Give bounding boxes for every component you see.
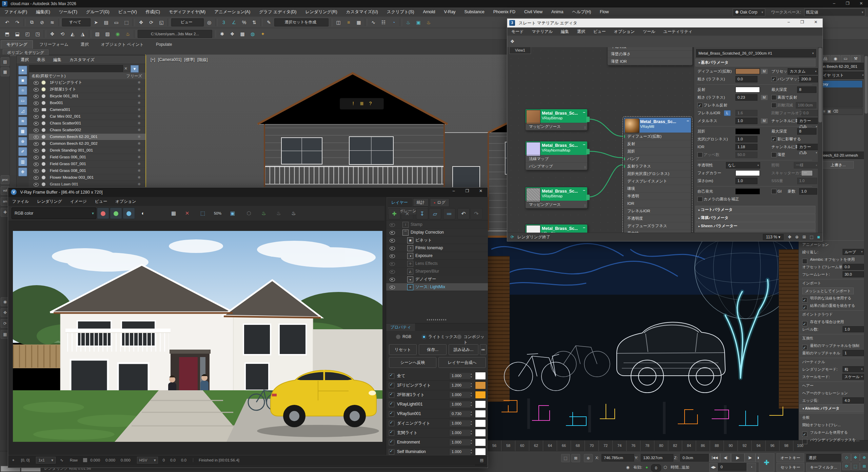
menu-item[interactable]: 作成(C) [141, 7, 164, 17]
slate-menu-item[interactable]: オプション [610, 27, 639, 36]
partial-node[interactable]: 半透明度薄壁の厚さ薄壁 IOR [607, 47, 693, 65]
axis-x-icon[interactable]: ◰ [23, 29, 32, 39]
gi-checkbox[interactable] [771, 189, 776, 194]
scene-object-row[interactable]: Flower Meadow 003_001 ❄ [29, 174, 145, 181]
alpha-channel-button[interactable]: ◐ [137, 208, 149, 219]
freeze-icon[interactable]: ❄ [138, 106, 141, 113]
toolbar-button[interactable] [215, 18, 218, 26]
reset-xform-icon[interactable]: ⟲ [58, 29, 67, 39]
filter-groups-icon[interactable]: ▥ [18, 157, 27, 166]
material-input-slot[interactable]: 屈折光沢度(グロシネス) [624, 170, 691, 177]
menu-item[interactable]: グループ(G) [82, 7, 114, 17]
vfb-menu-item[interactable]: レンダリング [33, 197, 66, 206]
multiplier-spinner[interactable]: ▲▼ [470, 410, 473, 417]
field-of-view-icon[interactable]: ◇ [842, 453, 851, 461]
node-output-pin[interactable] [586, 149, 590, 154]
layer-row[interactable]: ⌒ Display Correction [386, 229, 488, 236]
curve-editor-icon[interactable]: ∿ [369, 18, 378, 27]
filter-containers-icon[interactable]: ⊕ [18, 137, 27, 146]
filter-helpers-icon[interactable]: ◿ [18, 106, 27, 115]
slate-menu-item[interactable]: ユーティリティ [659, 27, 697, 36]
isolate-icon[interactable]: ▨ [103, 29, 112, 39]
properties-tab[interactable]: プロパティ [386, 323, 415, 331]
freeze-icon[interactable]: ❄ [138, 161, 141, 167]
minimize-button[interactable]: – [827, 0, 841, 7]
parameter-row[interactable]: 最初のマップチャネル 1 [800, 349, 867, 357]
menu-item[interactable]: 編集(E) [32, 7, 55, 17]
close-button[interactable]: ✕ [854, 0, 868, 7]
explorer-menu-item[interactable]: 表示 [33, 56, 49, 64]
scene-object-row[interactable]: Common Beech 62-20_001 ❄ [29, 134, 145, 140]
selection-lock-icon[interactable]: ⊠ [571, 454, 580, 462]
material-editor-icon[interactable]: ◔ [389, 18, 398, 27]
menu-item[interactable]: グラフ エディタ(D) [255, 7, 301, 17]
slate-menu-item[interactable]: ビュー [589, 27, 610, 36]
select-and-scale-icon[interactable]: ◱ [157, 18, 166, 27]
lightmix-options-icon[interactable]: ≔ [480, 344, 487, 355]
notification-note-icon[interactable]: ≣ [358, 98, 366, 109]
preset-dropdown[interactable]: カスタム [788, 68, 818, 75]
visibility-eye-icon[interactable] [34, 122, 39, 125]
scene-object-row[interactable]: Chaos Scatter001 ❄ [29, 120, 145, 127]
collapse-node-icon[interactable]: – [583, 142, 585, 147]
play-button[interactable]: ▶ [731, 453, 745, 462]
toolbar-button[interactable] [44, 30, 46, 38]
lightmix-row[interactable]: ダイニングライト 1.000 ▲▼ [386, 419, 488, 428]
freeze-icon[interactable]: ❄ [138, 134, 141, 140]
undo-layer-icon[interactable]: ↶ [457, 208, 470, 219]
light-enabled-checkbox[interactable] [389, 430, 394, 436]
zoom-extents-icon[interactable]: ⬚ [810, 235, 813, 239]
lightmix-radio[interactable]: ライトミックス [421, 334, 457, 339]
ribbon-tab[interactable]: フリーフォーム [34, 40, 74, 49]
light-multiplier-field[interactable]: 1.000 [449, 420, 471, 427]
reference-coordinate-dropdown[interactable]: ビュー [171, 18, 204, 26]
freeze-icon[interactable]: ❄ [138, 147, 141, 154]
light-multiplier-field[interactable]: 1.000 [449, 391, 471, 398]
light-enabled-checkbox[interactable] [389, 373, 394, 379]
multiplier-spinner[interactable]: ▲▼ [470, 448, 473, 455]
toolbar-button[interactable] [167, 18, 170, 26]
layer-visibility-icon[interactable] [390, 223, 395, 227]
material-input-slot[interactable]: フレネルIOR [624, 207, 691, 215]
layer-row[interactable]: ⍟ ソース: LightMix [386, 283, 488, 291]
material-input-slot[interactable]: ディフューズ(拡散) [624, 133, 691, 140]
pan-view-icon[interactable]: ✥ [851, 453, 860, 461]
parameter-value[interactable]: スケール [842, 374, 864, 380]
parameter-value[interactable]: 0.0 [843, 264, 864, 270]
translucency-dropdown[interactable]: なし [726, 162, 760, 169]
parameter-checkbox[interactable] [802, 305, 807, 310]
layer-visibility-icon[interactable] [390, 254, 395, 258]
metalness-map-button[interactable]: M [761, 118, 768, 124]
camera-exposure-checkbox[interactable] [697, 197, 703, 202]
menu-item[interactable]: ビュー(V) [114, 7, 141, 17]
visibility-eye-icon[interactable] [34, 81, 39, 85]
light-color-swatch[interactable] [475, 400, 486, 408]
visibility-eye-icon[interactable] [34, 101, 39, 105]
menu-item[interactable]: ヘルプ(H) [568, 7, 595, 17]
maximize-button[interactable]: ❐ [841, 0, 854, 7]
channel-dropdown[interactable]: RGB color▾ [12, 208, 96, 219]
parameter-row[interactable]: 互換性 [800, 334, 867, 342]
vray-render-icon[interactable]: ♨ [123, 29, 133, 39]
add-layer-icon[interactable]: ✚ [388, 208, 400, 219]
vraynormalmap-node[interactable]: Metal_Brass_Sc...VRayNormalMap – 法線マップバン… [525, 141, 588, 170]
frame-image-icon[interactable]: ▣ [226, 208, 239, 219]
slate-menu-item[interactable]: ツール [639, 27, 659, 36]
bumpmap-amount-field[interactable]: 200.0 [799, 76, 818, 82]
slate-close-button[interactable]: ✕ [809, 19, 823, 26]
red-channel-button[interactable] [97, 208, 109, 219]
refraction-color-swatch[interactable] [735, 129, 760, 134]
parameter-value[interactable]: 4.0 [843, 397, 864, 404]
command-panel-tab[interactable]: ⚒ [851, 55, 861, 62]
multiplier-spinner[interactable]: ▲▼ [470, 372, 473, 379]
search-filter-icon[interactable]: ▼ [131, 65, 139, 73]
slate-maximize-button[interactable]: ❐ [795, 19, 809, 26]
overwrite-button[interactable]: 上書き... [823, 161, 854, 169]
cube-icon[interactable]: ⬡ [661, 464, 669, 471]
parameter-value[interactable]: 粒 [843, 366, 864, 372]
parameter-row[interactable]: 開始オフセット(フレ... [800, 421, 867, 429]
notification-help-icon[interactable]: ? [367, 98, 374, 109]
x-coordinate-field[interactable]: 746.785cm [601, 454, 634, 461]
redo-icon[interactable]: ↷ [13, 18, 22, 27]
vray-camera-icon[interactable]: ◉ [113, 29, 122, 39]
